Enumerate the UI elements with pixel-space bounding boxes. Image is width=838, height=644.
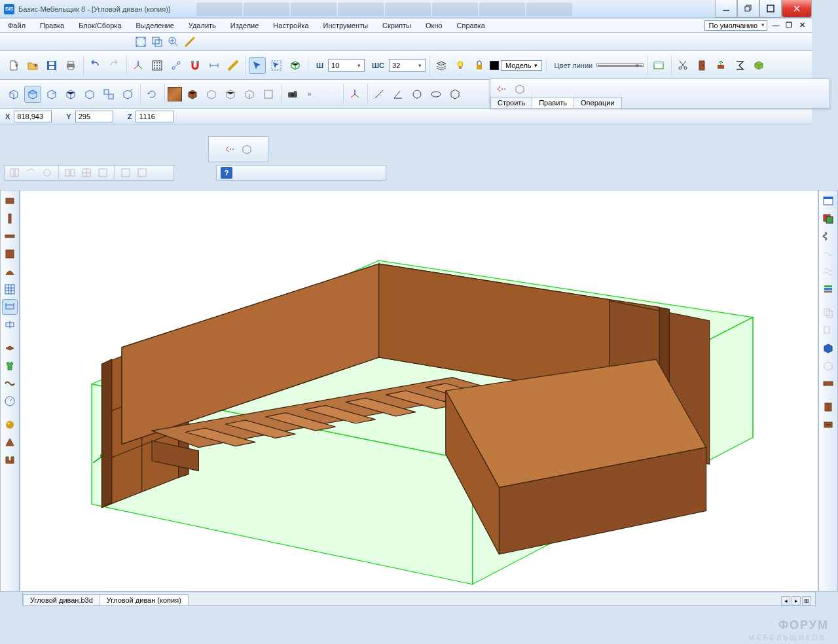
lt-sphere-icon[interactable] (2, 417, 18, 433)
3d-viewport[interactable] (20, 190, 812, 592)
measure-icon[interactable] (183, 35, 197, 49)
op-cross-icon[interactable] (494, 82, 509, 96)
new-dropdown-icon[interactable]: ▾ (15, 62, 18, 69)
cut-icon[interactable] (674, 57, 691, 74)
undo-icon[interactable] (86, 57, 103, 74)
angle-tool-icon[interactable] (390, 86, 407, 103)
box-wire-icon[interactable] (184, 86, 201, 103)
menu-tools[interactable]: Инструменты (321, 20, 371, 31)
view-grid-icon[interactable] (100, 86, 117, 103)
open-dropdown-icon[interactable]: ▾ (34, 62, 37, 69)
axes-icon[interactable] (130, 57, 147, 74)
menu-settings[interactable]: Настройка (270, 20, 311, 31)
mdi-close-button[interactable]: ✕ (797, 21, 807, 30)
zoom-window-icon[interactable] (150, 35, 164, 49)
tab-scroll-right-icon[interactable]: ▸ (792, 596, 801, 605)
color-swatch[interactable] (490, 61, 499, 70)
box-outline-icon[interactable] (203, 86, 220, 103)
lightbulb-icon[interactable] (452, 57, 469, 74)
menu-delete[interactable]: Удалить (186, 20, 219, 31)
view-front-icon[interactable] (5, 86, 22, 103)
magnet-icon[interactable] (187, 57, 204, 74)
y-input[interactable] (75, 111, 113, 122)
vr-icon-5[interactable] (79, 166, 94, 180)
ellipse-tool-icon[interactable] (428, 86, 445, 103)
print-icon[interactable] (62, 57, 79, 74)
vr-icon-4[interactable] (63, 166, 77, 180)
zoom-in-icon[interactable] (166, 35, 181, 49)
x-input[interactable] (14, 111, 52, 122)
open-file-icon[interactable] (24, 57, 41, 74)
lt-block-icon[interactable] (2, 246, 18, 262)
lt-curve-icon[interactable] (2, 264, 18, 279)
lt-clothes-icon[interactable] (2, 358, 18, 374)
view-side-icon[interactable] (24, 86, 41, 103)
tab-edit[interactable]: Править (532, 97, 574, 108)
menu-help[interactable]: Справка (454, 20, 488, 31)
library-icon[interactable] (750, 57, 767, 74)
rotate-icon[interactable] (143, 86, 160, 103)
menu-scripts[interactable]: Скрипты (380, 20, 414, 31)
mdi-restore-button[interactable]: ❐ (784, 21, 793, 30)
lt-profile-icon[interactable] (2, 452, 18, 468)
width-s-dropdown-icon[interactable]: ▾ (418, 62, 422, 69)
lock-icon[interactable] (471, 57, 488, 74)
tab-operations[interactable]: Операции (574, 97, 621, 108)
lt-grid-icon[interactable] (2, 281, 18, 297)
box-outline3-icon[interactable] (241, 86, 258, 103)
wood-material-swatch[interactable] (168, 87, 182, 101)
box-panel-icon[interactable] (260, 86, 277, 103)
model-dropdown[interactable]: Модель▾ (501, 60, 541, 71)
profile-dropdown[interactable]: По умолчанию (704, 20, 767, 31)
door-icon[interactable] (693, 57, 710, 74)
context-cross-icon[interactable] (223, 142, 237, 156)
z-input[interactable] (136, 111, 173, 122)
vr-icon-2[interactable] (24, 166, 38, 180)
hex-tool-icon[interactable] (446, 86, 464, 103)
doc-tab-2[interactable]: Угловой диван (копия) (100, 594, 189, 605)
zoom-fit-icon[interactable] (134, 35, 148, 49)
restore-button[interactable] (737, 0, 759, 18)
lt-compass-icon[interactable] (2, 393, 18, 409)
close-button[interactable] (782, 0, 812, 18)
menu-block[interactable]: Блок/Сборка (76, 20, 124, 31)
circle-tool-icon[interactable] (409, 86, 426, 103)
box-outline2-icon[interactable] (222, 86, 239, 103)
width-dropdown-icon[interactable]: ▾ (357, 62, 361, 69)
dimension-icon[interactable] (206, 57, 223, 74)
new-file-icon[interactable] (5, 57, 22, 74)
lt-edge-icon[interactable] (2, 228, 18, 244)
menu-product[interactable]: Изделие (228, 20, 262, 31)
maximize-button[interactable] (759, 0, 782, 18)
lt-dim-icon[interactable] (2, 299, 18, 315)
camera-icon[interactable] (284, 86, 301, 103)
minimize-button[interactable] (715, 0, 737, 18)
lt-board-icon[interactable] (2, 211, 18, 226)
menu-selection[interactable]: Выделение (134, 20, 177, 31)
tab-menu-icon[interactable]: ⊞ (802, 596, 811, 605)
lt-extrude-icon[interactable] (2, 340, 18, 356)
snap-line-icon[interactable] (168, 57, 185, 74)
view-top-icon[interactable] (43, 86, 60, 103)
tab-build[interactable]: Строить (490, 97, 532, 108)
view-export-icon[interactable] (119, 86, 136, 103)
vr-icon-8[interactable] (135, 166, 149, 180)
view-iso2-icon[interactable] (81, 86, 98, 103)
vr-icon-6[interactable] (96, 166, 110, 180)
op-box-icon[interactable] (513, 82, 527, 96)
material-browser-icon[interactable] (650, 57, 667, 74)
axes3d-icon[interactable] (346, 86, 363, 103)
line-dropdown-icon[interactable]: ▾ (636, 62, 639, 69)
menu-edit[interactable]: Правка (37, 20, 67, 31)
select-box-icon[interactable] (268, 57, 285, 74)
doc-tab-1[interactable]: Угловой диван.b3d (23, 594, 100, 605)
lt-dim2-icon[interactable] (2, 317, 18, 332)
view-iso-icon[interactable] (62, 86, 79, 103)
lt-wave-icon[interactable] (2, 376, 18, 391)
select-tool-icon[interactable] (249, 57, 266, 74)
lt-cone-icon[interactable] (2, 435, 18, 450)
help-icon[interactable]: ? (221, 167, 232, 179)
layers-icon[interactable] (433, 57, 450, 74)
vr-icon-3[interactable] (40, 166, 54, 180)
select-3d-icon[interactable] (287, 57, 304, 74)
